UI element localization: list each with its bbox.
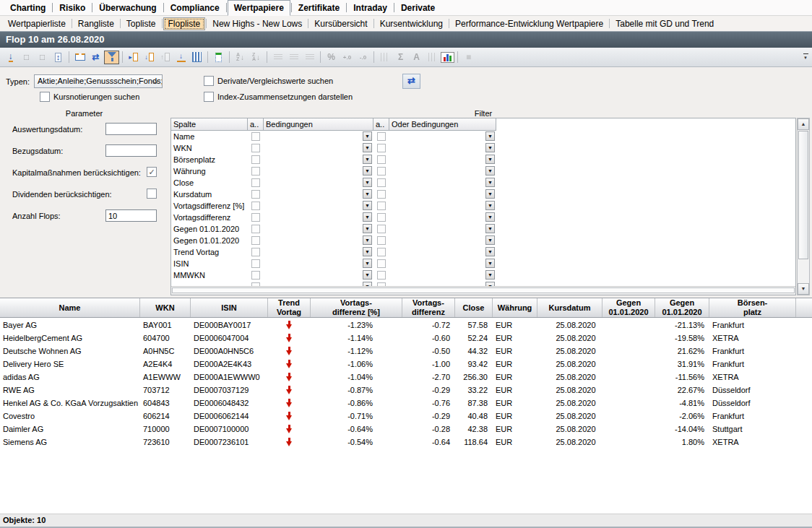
sort-into-column-icon[interactable] [173,51,189,64]
typen-select[interactable]: Aktie;Anleihe;Genussschein;Fonds;K( [34,74,163,88]
oder-checkbox[interactable] [377,225,386,233]
bedingungen-dropdown-button[interactable]: ▼ [363,143,372,152]
and-checkbox[interactable] [251,225,260,233]
auswertungsdatum-input[interactable] [105,123,157,135]
oder-checkbox[interactable] [377,178,386,187]
column-header-waehrung[interactable]: Währung [493,298,537,317]
and-checkbox[interactable] [251,155,260,164]
sub-tab-flopliste[interactable]: Flopliste [163,17,206,30]
table-row[interactable]: Daimler AG710000DE0007100000-0.64%-0.284… [0,423,812,436]
bedingungen-dropdown-button[interactable]: ▼ [363,189,372,199]
bedingungen-dropdown-button[interactable]: ▼ [363,201,372,210]
chart-icon[interactable] [441,52,454,63]
export-icon[interactable]: ↓ [3,51,18,64]
column-header-gegen_pct[interactable]: Gegen01.01.2020 [655,298,709,317]
oder-dropdown-button[interactable]: ▼ [485,178,495,187]
oder-dropdown-button[interactable]: ▼ [485,235,495,245]
toolbar-overflow-button[interactable]: ▼ [801,51,810,63]
main-tab-wertpapiere[interactable]: Wertpapiere [228,0,290,16]
sub-tab-tabelle-mit-gd-und-trend[interactable]: Tabelle mit GD und Trend [610,17,719,30]
table-row[interactable]: Henkel AG & Co. KGaA Vorzugsaktien604843… [0,397,812,410]
oder-checkbox[interactable] [377,144,386,152]
insert-column-right-icon[interactable] [126,51,141,64]
oder-dropdown-button[interactable]: ▼ [485,212,495,222]
table-row[interactable]: adidas AGA1EWWWDE000A1EWWW0-1.04%-2.7025… [0,371,812,384]
oder-checkbox[interactable] [377,213,386,222]
main-tab-derivate[interactable]: Derivate [395,1,441,15]
kapitalma-nahmen-ber-cksichtigen-checkbox[interactable]: ✓ [147,167,157,177]
oder-checkbox[interactable] [377,202,386,210]
table-row[interactable]: Deutsche Wohnen AGA0HN5CDE000A0HN5C6-1.1… [0,345,812,358]
oder-dropdown-button[interactable]: ▼ [485,131,495,141]
column-header-vd_pct[interactable]: Vortags-differenz [%] [311,298,402,317]
bedingungen-dropdown-button[interactable]: ▼ [363,235,372,245]
scroll-down-button[interactable]: ▼ [798,283,809,295]
vertical-scrollbar-thumb[interactable] [798,131,808,259]
oder-checkbox[interactable] [377,248,386,256]
bedingungen-dropdown-button[interactable]: ▼ [363,178,372,187]
column-header-name[interactable]: Name [0,298,140,317]
oder-dropdown-button[interactable]: ▼ [485,270,495,280]
main-tab-berwachung[interactable]: Überwachung [93,1,162,15]
table-row[interactable]: Covestro606214DE0006062144-0.71%-0.2940.… [0,410,812,423]
bedingungen-dropdown-button[interactable]: ▼ [363,270,372,280]
and-checkbox[interactable] [251,202,260,210]
table-row[interactable]: Bayer AGBAY001DE000BAY0017-1.23%-0.7257.… [0,319,812,332]
bedingungen-dropdown-button[interactable]: ▼ [363,259,372,268]
oder-dropdown-button[interactable]: ▼ [485,143,495,152]
and-checkbox[interactable] [251,178,260,187]
filter-vertical-scrollbar[interactable]: ▲ ▼ [797,118,810,295]
table-row[interactable]: RWE AG703712DE0007037129-0.87%-0.2933.22… [0,384,812,397]
scroll-up-button[interactable]: ▲ [798,118,809,130]
anzahl-flops-input[interactable] [105,209,157,222]
insert-column-left-icon[interactable] [142,51,157,64]
sub-tab-performance-entwicklung-wertpapiere[interactable]: Performance-Entwicklung Wertpapiere [450,17,608,30]
oder-checkbox[interactable] [377,155,386,164]
histogram-column-icon[interactable] [189,51,204,64]
bedingungen-dropdown-button[interactable]: ▼ [363,247,372,256]
oder-dropdown-button[interactable]: ▼ [485,166,495,176]
mark-column-icon[interactable] [211,51,226,64]
kursnotierungen-checkbox[interactable] [40,92,50,102]
horizontal-scrollbar-thumb[interactable] [172,287,795,293]
table-row[interactable]: Delivery Hero SEA2E4K4DE000A2E4K43-1.06%… [0,358,812,371]
bedingungen-dropdown-button[interactable]: ▼ [363,212,372,222]
bedingungen-dropdown-button[interactable]: ▼ [363,224,372,233]
and-checkbox[interactable] [251,236,260,245]
oder-dropdown-button[interactable]: ▼ [485,155,495,164]
column-header-kursdatum[interactable]: Kursdatum [537,298,602,317]
and-checkbox[interactable] [251,132,260,141]
and-checkbox[interactable] [251,213,260,222]
refresh-icon[interactable]: ⇄ [88,51,103,64]
bedingungen-dropdown-button[interactable]: ▼ [363,131,372,141]
sub-tab-new-highs-new-lows[interactable]: New Highs - New Lows [207,17,307,30]
and-checkbox[interactable] [251,271,260,280]
filter-horizontal-scrollbar[interactable] [171,286,795,295]
and-checkbox[interactable] [251,167,260,176]
main-tab-intraday[interactable]: Intraday [347,1,393,15]
oder-checkbox[interactable] [377,236,386,245]
column-header-trend[interactable]: TrendVortag [268,298,311,317]
main-tab-risiko[interactable]: Risiko [53,1,91,15]
oder-dropdown-button[interactable]: ▼ [485,224,495,233]
refresh-query-button[interactable]: ⇄ [402,74,420,89]
column-header-isin[interactable]: ISIN [191,298,268,317]
new-window-icon[interactable] [72,51,87,64]
main-tab-charting[interactable]: Charting [4,1,51,15]
and-checkbox[interactable] [251,248,260,256]
main-tab-compliance[interactable]: Compliance [165,1,225,15]
fit-height-icon[interactable]: ↕ [51,51,66,64]
sub-tab-kurs-bersicht[interactable]: Kursübersicht [309,17,372,30]
bedingungen-dropdown-button[interactable]: ▼ [363,166,372,176]
oder-dropdown-button[interactable]: ▼ [485,259,495,268]
bezugsdatum-input[interactable] [105,144,157,157]
main-tab-zertifikate[interactable]: Zertifikate [293,1,345,15]
filter-icon[interactable] [104,51,119,64]
oder-checkbox[interactable] [377,190,386,199]
and-checkbox[interactable] [251,190,260,199]
column-header-boerse[interactable]: Börsen-platz [709,298,796,317]
sub-tab-kursentwicklung[interactable]: Kursentwicklung [375,17,448,30]
index-checkbox[interactable] [204,92,214,102]
column-header-vd[interactable]: Vortags-differenz [402,298,455,317]
sub-tab-rangliste[interactable]: Rangliste [73,17,119,30]
